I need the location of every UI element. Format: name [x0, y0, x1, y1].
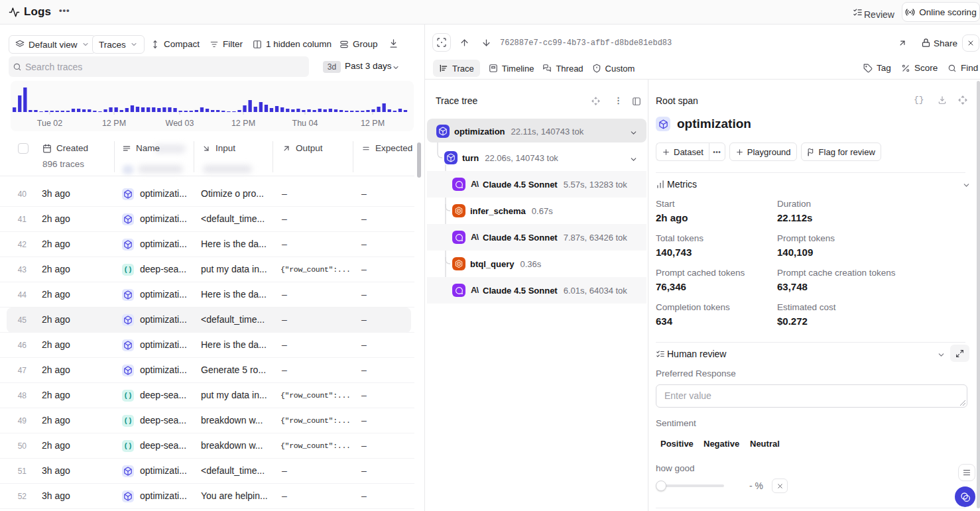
svg-text:Wed 03: Wed 03	[166, 119, 194, 128]
svg-text:12 PM: 12 PM	[361, 119, 385, 128]
svg-text:Tue 02: Tue 02	[37, 119, 63, 128]
svg-text:12 PM: 12 PM	[231, 119, 255, 128]
svg-text:Thu 04: Thu 04	[292, 119, 318, 128]
svg-text:12 PM: 12 PM	[102, 119, 126, 128]
